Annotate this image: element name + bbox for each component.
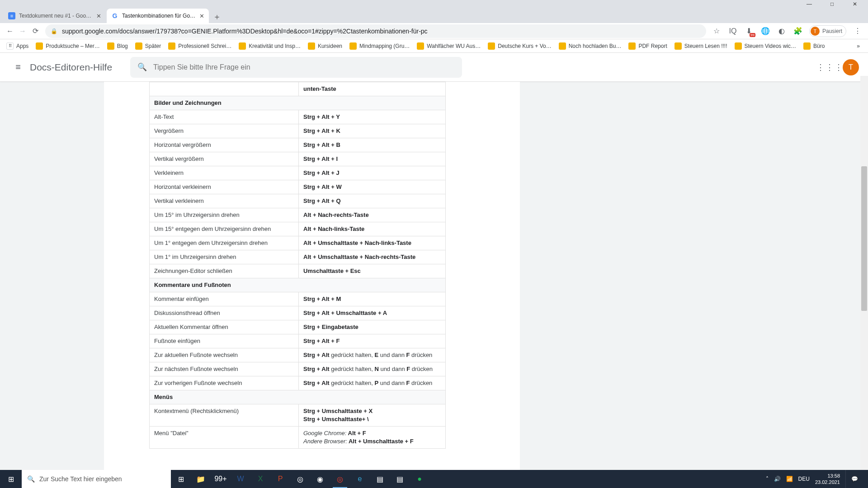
action-cell: Um 15° entgegen dem Uhrzeigersinn drehen [150,222,299,236]
start-button[interactable]: ⊞ [0,470,22,488]
scrollbar-thumb[interactable] [861,166,867,311]
reload-button[interactable]: ⟳ [29,25,42,38]
task-view-button[interactable]: ⊞ [171,470,191,488]
shortcut-cell: Strg + Alt + J [299,166,446,180]
shortcut-cell: Umschalttaste + Esc [299,264,446,278]
bookmark-label: PDF Report [638,43,667,49]
bookmark-item[interactable]: Produktsuche – Mer… [33,40,102,52]
shortcut-cell: Alt + Umschalttaste + Nach-links-Taste [299,236,446,250]
taskbar-app-edge[interactable]: e [350,470,370,488]
tray-expand-icon[interactable]: ˄ [766,476,769,482]
bookmark-label: Wahlfächer WU Aus… [427,43,481,49]
bookmark-item[interactable]: Blog [104,40,131,52]
shortcut-cell: Strg + Alt + M [299,292,446,306]
browser-menu-button[interactable]: ⋮ [853,26,863,36]
taskbar-app-opera[interactable]: ◎ [290,470,310,488]
bookmark-label: Produktsuche – Mer… [46,43,99,49]
omnibox[interactable]: 🔒 support.google.com/docs/answer/179738?… [45,24,706,38]
bookmark-label: Noch hochladen Bu… [569,43,622,49]
taskbar-app-app1[interactable]: ▤ [370,470,390,488]
taskbar-app-explorer[interactable]: 📁 [191,470,211,488]
folder-icon [488,42,495,50]
window-minimize-button[interactable]: — [799,1,820,7]
translate-extension-icon[interactable]: 🌐 [760,26,770,36]
action-cell: Vertikal verkleinern [150,194,299,208]
taskbar-clock[interactable]: 13:58 23.02.2021 [815,473,840,485]
taskbar-app-app2[interactable]: ▤ [390,470,410,488]
browser-tab[interactable]: G Tastenkombinationen für Google ✕ [107,9,209,23]
taskbar-app-spotify[interactable]: ● [410,470,429,488]
bookmark-label: Später [145,43,161,49]
shortcut-cell: Alt + Nach-rechts-Taste [299,208,446,222]
taskbar-app-excel[interactable]: X [250,470,270,488]
tray-sound-icon[interactable]: 🔊 [774,476,781,482]
help-search-box[interactable]: 🔍 [130,57,462,78]
iq-extension-icon[interactable]: IQ [728,26,738,36]
action-cell: Fußnote einfügen [150,334,299,348]
shortcut-cell: Strg + Alt + I [299,152,446,166]
bookmark-item[interactable]: Professionell Schrei… [165,40,234,52]
bookmark-item[interactable]: PDF Report [626,40,670,52]
bookmark-item[interactable]: Wahlfächer WU Aus… [414,40,483,52]
forward-button[interactable]: → [16,25,29,38]
bookmark-item[interactable]: Deutsche Kurs + Vo… [485,40,554,52]
clock-time: 13:58 [815,473,840,479]
table-row: Horizontal vergrößernStrg + Alt + B [150,138,446,152]
bookmark-item[interactable]: Steuern Videos wic… [732,40,799,52]
action-cell: Zur aktuellen Fußnote wechseln [150,348,299,362]
action-cell: Kommentar einfügen [150,292,299,306]
window-maximize-button[interactable]: □ [822,1,843,7]
bookmarks-overflow-button[interactable]: » [854,40,863,52]
bookmark-label: Steuern Videos wic… [745,43,797,49]
edge-icon: e [358,475,362,483]
chrome-icon: ◎ [337,475,343,483]
vertical-scrollbar[interactable] [860,76,868,470]
page-content: unten-TasteBilder und ZeichnungenAlt-Tex… [0,82,868,470]
google-apps-button[interactable]: ⋮⋮⋮ [821,58,839,76]
bookmark-item[interactable]: Büro [801,40,827,52]
close-icon[interactable]: ✕ [96,13,101,19]
taskbar-app-chrome[interactable]: ◎ [330,470,350,488]
bookmark-item[interactable]: ⠿Apps [4,40,31,52]
browser-tab[interactable]: ≡ Textdokument neu #1 - Google D ✕ [4,9,106,23]
shortcut-cell: Alt + Umschalttaste + Nach-rechts-Taste [299,250,446,264]
taskbar-search[interactable]: 🔍 Zur Suche Text hier eingeben [22,470,171,488]
section-row: Bilder und Zeichnungen [150,96,446,110]
google-account-avatar[interactable]: T [843,59,859,75]
extensions-menu-icon[interactable]: 🧩 [793,26,803,36]
download-extension-icon[interactable]: ⬇99 [744,26,754,36]
bookmark-label: Blog [117,43,128,49]
shortcut-cell: Strg + Alt + F [299,334,446,348]
close-icon[interactable]: ✕ [199,13,204,19]
taskbar-app-powerpoint[interactable]: P [270,470,290,488]
taskbar-app-obs[interactable]: ◉ [310,470,330,488]
profile-button[interactable]: T Pausiert [809,25,846,37]
action-center-button[interactable]: 💬 [845,470,863,488]
table-row: unten-Taste [150,82,446,96]
hamburger-menu-button[interactable]: ≡ [9,58,27,76]
bookmark-item[interactable]: Noch hochladen Bu… [556,40,624,52]
folder-icon [559,42,566,50]
taskbar-app-mail[interactable]: 99+ [211,470,231,488]
tray-language[interactable]: DEU [798,476,810,482]
folder-icon [675,42,682,50]
windows-taskbar: ⊞ 🔍 Zur Suche Text hier eingeben ⊞ 📁99+W… [0,470,868,488]
window-close-button[interactable]: ✕ [844,1,865,7]
help-search-input[interactable] [153,63,455,71]
folder-icon [239,42,246,50]
bookmark-item[interactable]: Kursideen [305,40,345,52]
folder-icon [349,42,357,50]
table-row: Zur vorherigen Fußnote wechselnStrg + Al… [150,376,446,390]
taskbar-app-word[interactable]: W [231,470,250,488]
table-row: Zeichnungen-Editor schließenUmschalttast… [150,264,446,278]
tray-network-icon[interactable]: 📶 [786,476,793,482]
bookmark-item[interactable]: Mindmapping (Gru… [347,40,412,52]
extension-icon[interactable]: ◐ [777,26,787,36]
bookmark-item[interactable]: Steuern Lesen !!!! [672,40,730,52]
bookmark-item[interactable]: Später [132,40,164,52]
bookmark-item[interactable]: Kreativität und Insp… [236,40,303,52]
back-button[interactable]: ← [4,25,16,38]
new-tab-button[interactable]: ＋ [210,10,224,23]
bookmark-star-icon[interactable]: ☆ [712,26,722,36]
shortcut-cell: Strg + Alt gedrückt halten, E und dann F… [299,348,446,362]
